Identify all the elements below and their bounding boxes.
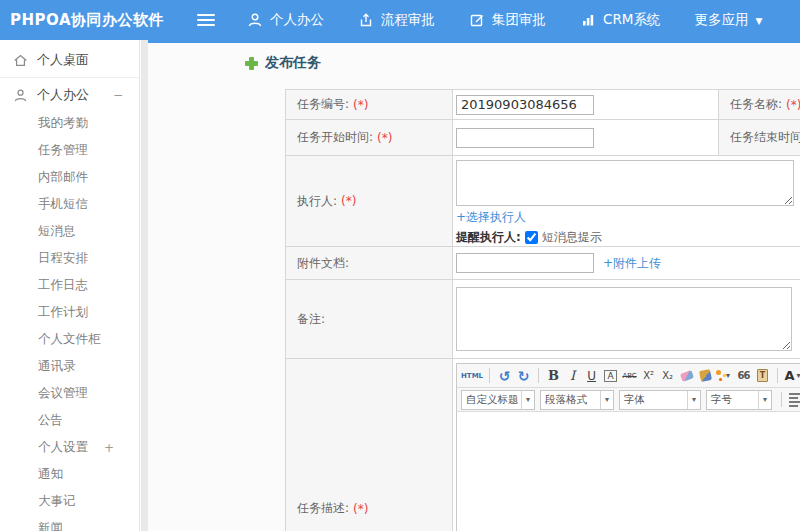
toolbar-separator <box>781 392 782 407</box>
choose-executor-link[interactable]: +选择执行人 <box>456 210 526 224</box>
rich-text-editor: HTML ▾ ▾ 自定义标题 ▾ 段落格式 ▾ 字体 ▾ 字号 ▾ <box>456 363 800 531</box>
underline-icon[interactable] <box>583 366 600 385</box>
publish-task-form: 任务编号:(*) 任务名称:(*) 任务开始时间:(*) 任务结束时间:(*) <box>285 89 800 531</box>
eraser-icon[interactable] <box>678 366 695 385</box>
redo-icon[interactable] <box>515 366 532 385</box>
sidebar-item-1[interactable]: 个人办公 − <box>0 80 139 110</box>
attachment-label: 附件文档: <box>286 247 453 280</box>
sidebar-item-6[interactable]: 短消息 <box>0 218 139 245</box>
editor-dropdown-0[interactable]: 自定义标题 ▾ <box>461 390 535 410</box>
chevron-down-icon: ▾ <box>726 371 730 380</box>
top-navigation: 个人办公 流程审批 集团审批 CRM系统 <box>247 11 762 29</box>
person-icon <box>247 12 263 28</box>
sms-remind-label: 短消息提示 <box>542 229 602 246</box>
sidebar-item-9[interactable]: 工作计划 <box>0 299 139 326</box>
nav-item-more-apps[interactable]: 更多应用 ▼ <box>694 11 762 29</box>
home-icon <box>13 53 29 68</box>
main-content: 发布任务 任务编号:(*) 任务名称:(*) 任务开始时间:(*) <box>148 40 800 531</box>
remind-executor-label: 提醒执行人: <box>456 229 521 246</box>
superscript-icon[interactable] <box>640 366 657 385</box>
chevron-down-icon[interactable]: ▾ <box>600 391 613 409</box>
app-logo: PHPOA协同办公软件 <box>0 11 185 30</box>
nav-item-group-approval[interactable]: 集团审批 <box>469 11 546 29</box>
nav-item-workflow-approval[interactable]: 流程审批 <box>358 11 435 29</box>
chevron-down-icon[interactable]: ▾ <box>687 391 700 409</box>
font-color-icon[interactable]: ▾ <box>784 366 800 385</box>
editor-toolbar-row1: HTML ▾ ▾ <box>457 364 800 388</box>
toolbar-separator <box>538 368 539 383</box>
sidebar-item-16[interactable]: 大事记 <box>0 488 139 515</box>
content-gutter <box>141 40 148 531</box>
sidebar-item-11[interactable]: 通讯录 <box>0 353 139 380</box>
chevron-down-icon[interactable]: ▾ <box>758 391 771 409</box>
editor-dropdown-3[interactable]: 字号 ▾ <box>706 390 772 410</box>
align-left-icon[interactable] <box>788 390 800 409</box>
sidebar-item-10[interactable]: 个人文件柜 <box>0 326 139 353</box>
attachment-input[interactable] <box>456 253 594 273</box>
sidebar-item-0[interactable]: 个人桌面 <box>0 45 139 75</box>
executor-textarea[interactable] <box>456 160 794 206</box>
table-row: 任务编号:(*) 任务名称:(*) <box>286 90 800 120</box>
expand-toggle-icon[interactable]: + <box>104 441 114 455</box>
person-icon <box>13 88 29 103</box>
sidebar-item-14[interactable]: 个人设置 + <box>0 434 139 461</box>
chevron-down-icon[interactable]: ▾ <box>521 391 534 409</box>
sms-remind-checkbox[interactable] <box>525 231 538 244</box>
blockquote-icon[interactable] <box>735 366 752 385</box>
editor-toolbar-row2: 自定义标题 ▾ 段落格式 ▾ 字体 ▾ 字号 ▾ <box>457 388 800 412</box>
sidebar-item-15[interactable]: 通知 <box>0 461 139 488</box>
subscript-icon[interactable] <box>659 366 676 385</box>
sidebar-item-13[interactable]: 公告 <box>0 407 139 434</box>
bar-chart-icon <box>580 12 596 28</box>
sidebar-item-7[interactable]: 日程安排 <box>0 245 139 272</box>
html-source-icon[interactable]: HTML <box>461 366 483 385</box>
sidebar-item-12[interactable]: 会议管理 <box>0 380 139 407</box>
nav-item-personal-office[interactable]: 个人办公 <box>247 11 324 29</box>
caret-down-icon: ▼ <box>755 16 762 26</box>
highlight-icon[interactable]: ▾ <box>716 366 733 385</box>
table-row: 任务开始时间:(*) 任务结束时间:(*) <box>286 120 800 156</box>
task-name-label: 任务名称:(*) <box>719 90 800 120</box>
sidebar-item-8[interactable]: 工作日志 <box>0 272 139 299</box>
format-brush-icon[interactable] <box>697 366 714 385</box>
table-row: 任务描述:(*) HTML ▾ ▾ 自定义标题 ▾ 段落格式 ▾ 字体 ▾ 字号 <box>286 359 800 531</box>
executor-label: 执行人:(*) <box>286 156 453 247</box>
task-number-input[interactable] <box>456 95 594 115</box>
upload-attachment-link[interactable]: +附件上传 <box>603 255 661 272</box>
sidebar-item-5[interactable]: 手机短信 <box>0 191 139 218</box>
sidebar-item-4[interactable]: 内部邮件 <box>0 164 139 191</box>
end-time-label: 任务结束时间:(*) <box>719 120 800 156</box>
remark-label: 备注: <box>286 280 453 359</box>
bold-icon[interactable] <box>545 366 562 385</box>
chevron-down-icon: ▾ <box>797 371 800 380</box>
sidebar: 个人桌面 个人办公 − 我的考勤 任务管理 内部邮件 手机短信 短消息 日程安排 <box>0 40 140 531</box>
plus-icon <box>245 57 258 70</box>
sidebar-item-2[interactable]: 我的考勤 <box>0 110 139 137</box>
sidebar-item-3[interactable]: 任务管理 <box>0 137 139 164</box>
start-time-input[interactable] <box>456 128 594 148</box>
task-description-label: 任务描述:(*) <box>286 359 453 531</box>
approval-flow-icon <box>358 12 374 28</box>
table-row: 备注: <box>286 280 800 359</box>
page-title-row: 发布任务 <box>245 54 800 72</box>
table-row: 执行人:(*) +选择执行人 提醒执行人: 短消息提示 <box>286 156 800 247</box>
group-approval-icon <box>469 12 485 28</box>
nav-item-crm[interactable]: CRM系统 <box>580 11 660 29</box>
app-header: PHPOA协同办公软件 个人办公 流程审批 <box>0 0 800 40</box>
paste-text-icon[interactable] <box>754 366 771 385</box>
table-row: 附件文档: +附件上传 <box>286 247 800 280</box>
editor-content[interactable] <box>457 412 800 531</box>
task-number-label: 任务编号:(*) <box>286 90 453 120</box>
expand-toggle-icon[interactable]: − <box>113 88 123 102</box>
strikethrough-icon[interactable] <box>621 366 638 385</box>
remark-textarea[interactable] <box>456 287 792 351</box>
toolbar-separator <box>777 368 778 383</box>
italic-icon[interactable] <box>564 366 581 385</box>
hamburger-menu-icon[interactable] <box>197 14 215 17</box>
undo-icon[interactable] <box>496 366 513 385</box>
editor-dropdown-1[interactable]: 段落格式 ▾ <box>540 390 614 410</box>
page-title: 发布任务 <box>265 54 321 72</box>
sidebar-item-17[interactable]: 新闻 <box>0 515 139 531</box>
editor-dropdown-2[interactable]: 字体 ▾ <box>619 390 701 410</box>
font-border-icon[interactable] <box>602 366 619 385</box>
